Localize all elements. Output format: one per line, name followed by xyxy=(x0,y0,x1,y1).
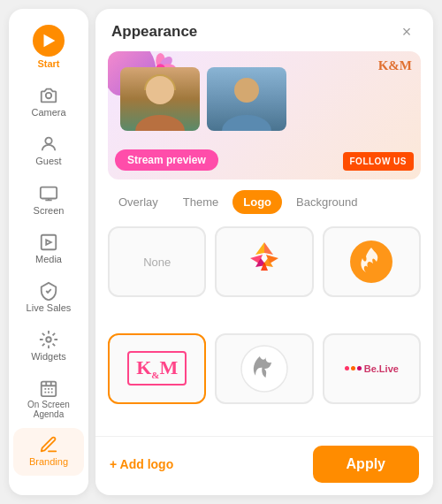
close-button[interactable]: × xyxy=(396,21,417,42)
preview-videos xyxy=(120,67,286,131)
tab-theme[interactable]: Theme xyxy=(172,190,229,214)
sidebar-label-branding: Branding xyxy=(29,456,68,468)
sidebar-label-guest: Guest xyxy=(35,156,61,167)
follow-badge: FOLLOW US xyxy=(343,152,415,171)
preview-area: K&M Stream preview FOLLOW US xyxy=(108,51,421,179)
sidebar-item-guest[interactable]: Guest xyxy=(13,127,84,174)
video-male xyxy=(207,67,286,131)
logo-option-flame[interactable] xyxy=(323,226,421,297)
none-label: None xyxy=(143,256,171,269)
logo-option-none[interactable]: None xyxy=(108,226,206,297)
female-body-svg xyxy=(120,100,200,131)
guest-icon xyxy=(39,134,58,154)
sidebar-label-live-sales: Live Sales xyxy=(27,302,72,314)
logo-option-bird[interactable] xyxy=(215,333,313,404)
sidebar: Start Camera Guest Screen Media Live Sal… xyxy=(9,9,88,495)
tab-background[interactable]: Background xyxy=(286,190,368,214)
sidebar-label-agenda: On Screen Agenda xyxy=(17,400,80,419)
add-logo-button[interactable]: + Add logo xyxy=(110,457,173,471)
sidebar-item-live-sales[interactable]: Live Sales xyxy=(13,274,84,321)
panel-footer: + Add logo Apply xyxy=(95,436,433,495)
sidebar-item-agenda[interactable]: On Screen Agenda xyxy=(13,371,84,426)
tab-logo[interactable]: Logo xyxy=(232,190,282,214)
camera-icon xyxy=(39,86,58,105)
media-icon xyxy=(39,233,58,252)
panel-title: Appearance xyxy=(111,23,197,41)
screen-icon xyxy=(39,184,58,203)
sidebar-item-camera[interactable]: Camera xyxy=(13,79,84,126)
agenda-icon xyxy=(39,378,58,398)
svg-rect-3 xyxy=(41,187,57,198)
sidebar-label-media: Media xyxy=(35,254,62,265)
sidebar-item-branding[interactable]: Branding xyxy=(13,428,84,475)
logo-option-km[interactable]: K&M xyxy=(108,333,206,404)
belive-dots xyxy=(345,366,362,370)
main-panel: Appearance × K&M xyxy=(95,9,433,495)
preview-logo: K&M xyxy=(378,58,412,73)
stream-preview-label: Stream preview xyxy=(115,149,218,171)
svg-marker-14 xyxy=(264,242,273,255)
sidebar-item-start[interactable]: Start xyxy=(13,18,84,77)
sidebar-label-start: Start xyxy=(37,58,59,70)
tab-overlay[interactable]: Overlay xyxy=(108,190,169,214)
sidebar-label-widgets: Widgets xyxy=(31,351,66,363)
sidebar-item-screen[interactable]: Screen xyxy=(13,177,84,224)
belive-dot-1 xyxy=(345,366,349,370)
slices-logo xyxy=(241,239,287,285)
widgets-icon xyxy=(39,330,58,349)
svg-rect-4 xyxy=(42,235,57,250)
sidebar-item-media[interactable]: Media xyxy=(13,225,84,272)
sidebar-label-screen: Screen xyxy=(34,205,65,217)
belive-dot-2 xyxy=(351,366,355,370)
play-icon xyxy=(39,31,58,50)
video-female xyxy=(120,67,200,131)
logo-option-belive[interactable]: Be.Live xyxy=(323,333,421,404)
tag-icon xyxy=(39,281,58,301)
belive-dot-3 xyxy=(357,366,362,370)
svg-point-5 xyxy=(46,337,51,342)
sidebar-item-widgets[interactable]: Widgets xyxy=(13,323,84,370)
bird-logo xyxy=(238,342,291,395)
start-icon-bg xyxy=(33,25,65,57)
belive-logo-display: Be.Live xyxy=(345,363,399,374)
svg-point-13 xyxy=(222,115,271,131)
flame-logo xyxy=(348,239,394,285)
svg-point-1 xyxy=(46,93,51,98)
tabs-row: Overlay Theme Logo Background xyxy=(95,179,433,219)
km-logo-display: K&M xyxy=(127,351,187,386)
panel-header: Appearance × xyxy=(95,9,433,51)
svg-point-2 xyxy=(45,138,51,144)
svg-marker-0 xyxy=(44,34,56,48)
sidebar-label-camera: Camera xyxy=(31,107,65,118)
male-body-svg xyxy=(207,100,286,131)
belive-text: Be.Live xyxy=(364,363,399,374)
logo-option-slices[interactable] xyxy=(215,226,313,297)
branding-icon xyxy=(39,435,58,454)
apply-button[interactable]: Apply xyxy=(313,446,419,483)
svg-point-12 xyxy=(135,115,185,131)
logo-grid: None K&M xyxy=(95,219,433,436)
svg-marker-15 xyxy=(255,242,264,255)
